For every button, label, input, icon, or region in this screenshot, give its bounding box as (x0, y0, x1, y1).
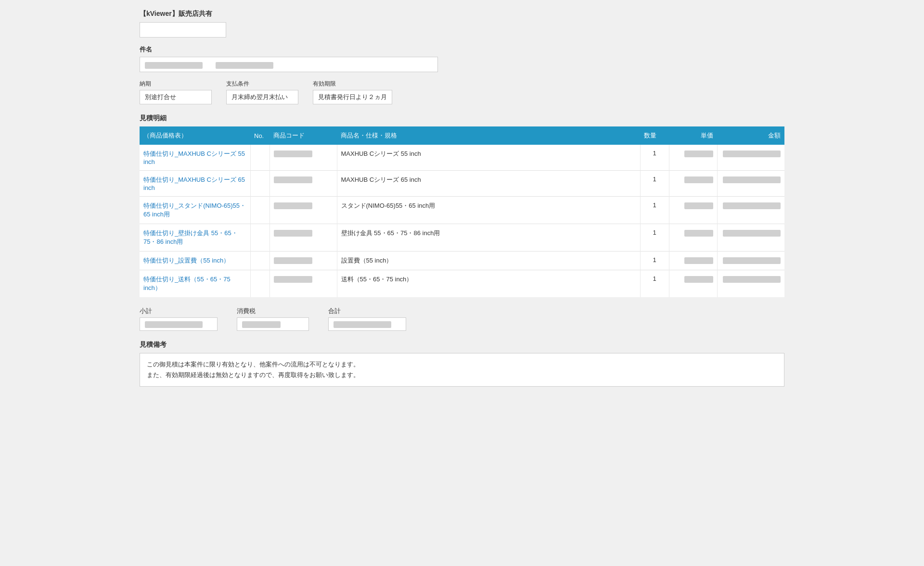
header-product-list: （商品価格表） (140, 126, 250, 145)
unit-blur (684, 176, 713, 183)
delivery-label: 納期 (140, 80, 212, 88)
product-list-cell[interactable]: 特価仕切り_MAXHUB Cシリーズ 55 inch (140, 145, 250, 171)
code-cell (270, 224, 337, 252)
code-blur (274, 230, 312, 237)
product-list-link[interactable]: 特価仕切り_スタンド(NIMO-65)55・65 inch用 (143, 202, 246, 218)
product-list-cell[interactable]: 特価仕切り_MAXHUB Cシリーズ 65 inch (140, 171, 250, 197)
remarks-title: 見積備考 (140, 340, 784, 349)
no-cell (250, 252, 270, 270)
table-row: 特価仕切り_スタンド(NIMO-65)55・65 inch用 スタンド(NIMO… (140, 197, 784, 224)
qty-cell: 1 (640, 270, 669, 298)
unit-blur (684, 257, 713, 264)
remarks-line1: この御見積は本案件に限り有効となり、他案件への流用は不可となります。 (147, 359, 777, 370)
code-blur (274, 257, 312, 264)
qty-cell: 1 (640, 145, 669, 171)
amount-cell (717, 252, 784, 270)
product-list-cell[interactable]: 特価仕切り_送料（55・65・75 inch） (140, 270, 250, 298)
product-list-cell[interactable]: 特価仕切り_設置費（55 inch） (140, 252, 250, 270)
amount-blur (723, 176, 781, 183)
remarks-line2: また、有効期限経過後は無効となりますので、再度取得をお願い致します。 (147, 370, 777, 380)
kviewer-input-box[interactable] (140, 22, 226, 38)
product-list-cell[interactable]: 特価仕切り_壁掛け金具 55・65・75・86 inch用 (140, 224, 250, 252)
subject-input[interactable] (140, 57, 438, 72)
unit-price-cell (669, 145, 717, 171)
header-no: No. (250, 126, 270, 145)
amount-cell (717, 145, 784, 171)
name-cell: 送料（55・65・75 inch） (337, 270, 640, 298)
unit-price-cell (669, 224, 717, 252)
code-cell (270, 197, 337, 224)
qty-cell: 1 (640, 224, 669, 252)
product-list-link[interactable]: 特価仕切り_送料（55・65・75 inch） (143, 276, 231, 291)
amount-blur (723, 202, 781, 209)
unit-price-cell (669, 252, 717, 270)
subject-value-blur2 (216, 62, 273, 69)
unit-price-cell (669, 270, 717, 298)
product-list-link[interactable]: 特価仕切り_MAXHUB Cシリーズ 65 inch (143, 176, 245, 191)
header-code: 商品コード (270, 126, 337, 145)
amount-cell (717, 224, 784, 252)
kviewer-title: 【kViewer】販売店共有 (140, 10, 784, 18)
total-label: 合計 (328, 307, 406, 315)
qty-cell: 1 (640, 252, 669, 270)
amount-blur (723, 230, 781, 237)
subtotal-blur (145, 321, 203, 328)
total-blur (334, 321, 391, 328)
product-list-link[interactable]: 特価仕切り_MAXHUB Cシリーズ 55 inch (143, 150, 245, 165)
unit-blur (684, 151, 713, 157)
product-list-link[interactable]: 特価仕切り_設置費（55 inch） (143, 257, 230, 264)
header-amount: 金額 (717, 126, 784, 145)
code-cell (270, 270, 337, 298)
amount-cell (717, 171, 784, 197)
no-cell (250, 224, 270, 252)
payment-label: 支払条件 (226, 80, 298, 88)
payment-value: 月末締め翌月末払い (226, 90, 298, 104)
code-blur (274, 276, 312, 283)
table-row: 特価仕切り_設置費（55 inch） 設置費（55 inch） 1 (140, 252, 784, 270)
amount-blur (723, 151, 781, 157)
total-value (328, 317, 406, 331)
no-cell (250, 197, 270, 224)
table-row: 特価仕切り_MAXHUB Cシリーズ 65 inch MAXHUB Cシリーズ … (140, 171, 784, 197)
unit-blur (684, 230, 713, 237)
subject-label: 件名 (140, 45, 784, 54)
subtotal-label: 小計 (140, 307, 218, 315)
table-row: 特価仕切り_MAXHUB Cシリーズ 55 inch MAXHUB Cシリーズ … (140, 145, 784, 171)
code-cell (270, 145, 337, 171)
amount-blur (723, 257, 781, 264)
amount-blur (723, 276, 781, 283)
no-cell (250, 145, 270, 171)
code-blur (274, 151, 312, 157)
code-blur (274, 176, 312, 183)
unit-price-cell (669, 197, 717, 224)
name-cell: 壁掛け金具 55・65・75・86 inch用 (337, 224, 640, 252)
name-cell: MAXHUB Cシリーズ 65 inch (337, 171, 640, 197)
remarks-box: この御見積は本案件に限り有効となり、他案件への流用は不可となります。 また、有効… (140, 353, 784, 387)
table-row: 特価仕切り_壁掛け金具 55・65・75・86 inch用 壁掛け金具 55・6… (140, 224, 784, 252)
no-cell (250, 270, 270, 298)
delivery-value: 別途打合せ (140, 90, 212, 104)
subtotal-value (140, 317, 218, 331)
tax-label: 消費税 (237, 307, 309, 315)
unit-price-cell (669, 171, 717, 197)
code-blur (274, 202, 312, 209)
name-cell: MAXHUB Cシリーズ 55 inch (337, 145, 640, 171)
name-cell: スタンド(NIMO-65)55・65 inch用 (337, 197, 640, 224)
expiry-value: 見積書発行日より２ヵ月 (313, 90, 392, 104)
table-row: 特価仕切り_送料（55・65・75 inch） 送料（55・65・75 inch… (140, 270, 784, 298)
amount-cell (717, 270, 784, 298)
header-qty: 数量 (640, 126, 669, 145)
product-list-link[interactable]: 特価仕切り_壁掛け金具 55・65・75・86 inch用 (143, 229, 238, 245)
expiry-label: 有効期限 (313, 80, 392, 88)
code-cell (270, 171, 337, 197)
qty-cell: 1 (640, 197, 669, 224)
header-unit-price: 単価 (669, 126, 717, 145)
amount-cell (717, 197, 784, 224)
unit-blur (684, 202, 713, 209)
tax-value (237, 317, 309, 331)
header-name: 商品名・仕様・規格 (337, 126, 640, 145)
estimate-detail-title: 見積明細 (140, 114, 784, 123)
name-cell: 設置費（55 inch） (337, 252, 640, 270)
unit-blur (684, 276, 713, 283)
product-list-cell[interactable]: 特価仕切り_スタンド(NIMO-65)55・65 inch用 (140, 197, 250, 224)
